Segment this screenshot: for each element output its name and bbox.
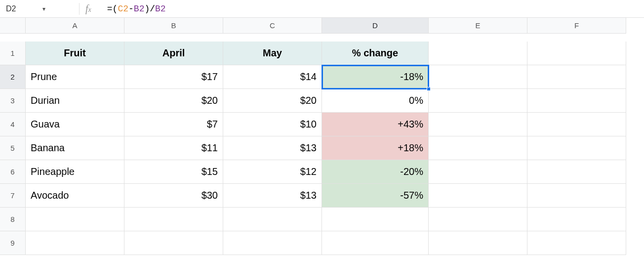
cell-C3[interactable]: $20 [223, 89, 322, 113]
cell-B9[interactable] [124, 231, 223, 255]
cell-D1[interactable]: % change [322, 42, 429, 65]
cell-F4[interactable] [527, 113, 626, 136]
cell-F3[interactable] [527, 89, 626, 113]
divider [79, 3, 80, 15]
cell-F5[interactable] [527, 136, 626, 160]
cell-B4[interactable]: $7 [124, 113, 223, 136]
col-header-B[interactable]: B [124, 18, 223, 34]
cell-B6[interactable]: $15 [124, 160, 223, 184]
cell-B2[interactable]: $17 [124, 65, 223, 89]
selection-handle[interactable] [427, 87, 431, 91]
cell-A2[interactable]: Prune [26, 65, 124, 89]
cell-F9[interactable] [527, 231, 626, 255]
cell-F8[interactable] [527, 208, 626, 231]
cell-A5[interactable]: Banana [26, 136, 124, 160]
cell-E2[interactable] [429, 65, 527, 89]
cell-D7[interactable]: -57% [322, 184, 429, 208]
cell-C7[interactable]: $13 [223, 184, 322, 208]
name-box-dropdown-icon[interactable]: ▾ [42, 5, 45, 12]
cell-C2[interactable]: $14 [223, 65, 322, 89]
row-header-5[interactable]: 5 [0, 136, 26, 160]
cell-A9[interactable] [26, 231, 124, 255]
cell-F1[interactable] [527, 42, 626, 65]
row-header-1[interactable]: 1 [0, 42, 26, 65]
row-header-2[interactable]: 2 [0, 65, 26, 89]
cell-B3[interactable]: $20 [124, 89, 223, 113]
cell-B7[interactable]: $30 [124, 184, 223, 208]
row-header-9[interactable]: 9 [0, 231, 26, 255]
select-all-corner[interactable] [0, 18, 26, 34]
cell-A6[interactable]: Pineapple [26, 160, 124, 184]
cell-D3[interactable]: 0% [322, 89, 429, 113]
col-header-C[interactable]: C [223, 18, 322, 34]
cell-A7[interactable]: Avocado [26, 184, 124, 208]
row-header-3[interactable]: 3 [0, 89, 26, 113]
cell-C5[interactable]: $13 [223, 136, 322, 160]
cell-B1[interactable]: April [124, 42, 223, 65]
cell-E1[interactable] [429, 42, 527, 65]
cell-E4[interactable] [429, 113, 527, 136]
cell-D2[interactable]: -18% [322, 65, 429, 89]
cell-C6[interactable]: $12 [223, 160, 322, 184]
cell-E5[interactable] [429, 136, 527, 160]
cell-E9[interactable] [429, 231, 527, 255]
cell-D6[interactable]: -20% [322, 160, 429, 184]
cell-C4[interactable]: $10 [223, 113, 322, 136]
cell-F7[interactable] [527, 184, 626, 208]
cell-A3[interactable]: Durian [26, 89, 124, 113]
fx-icon: fx [85, 3, 91, 14]
cell-F6[interactable] [527, 160, 626, 184]
cell-C9[interactable] [223, 231, 322, 255]
cell-E6[interactable] [429, 160, 527, 184]
cell-D5[interactable]: +18% [322, 136, 429, 160]
cell-F2[interactable] [527, 65, 626, 89]
formula-bar: D2 ▾ fx =(C2-B2)/B2 [0, 0, 644, 18]
cell-B8[interactable] [124, 208, 223, 231]
cell-E8[interactable] [429, 208, 527, 231]
formula-input[interactable]: =(C2-B2)/B2 [107, 4, 644, 14]
col-header-D[interactable]: D [322, 18, 429, 34]
cell-A4[interactable]: Guava [26, 113, 124, 136]
col-header-F[interactable]: F [527, 18, 626, 34]
cell-B5[interactable]: $11 [124, 136, 223, 160]
cell-D4[interactable]: +43% [322, 113, 429, 136]
cell-A8[interactable] [26, 208, 124, 231]
cell-reference: D2 [6, 4, 16, 13]
row-header-4[interactable]: 4 [0, 113, 26, 136]
cell-A1[interactable]: Fruit [26, 42, 124, 65]
row-header-7[interactable]: 7 [0, 184, 26, 208]
cell-D9[interactable] [322, 231, 429, 255]
cell-D8[interactable] [322, 208, 429, 231]
cell-C1[interactable]: May [223, 42, 322, 65]
col-header-A[interactable]: A [26, 18, 124, 34]
row-header-6[interactable]: 6 [0, 160, 26, 184]
col-header-E[interactable]: E [429, 18, 527, 34]
cell-E3[interactable] [429, 89, 527, 113]
row-header-8[interactable]: 8 [0, 208, 26, 231]
cell-E7[interactable] [429, 184, 527, 208]
spreadsheet-grid[interactable]: ABCDEF1FruitAprilMay% change2Prune$17$14… [0, 18, 644, 255]
cell-C8[interactable] [223, 208, 322, 231]
name-box[interactable]: D2 [0, 0, 42, 17]
